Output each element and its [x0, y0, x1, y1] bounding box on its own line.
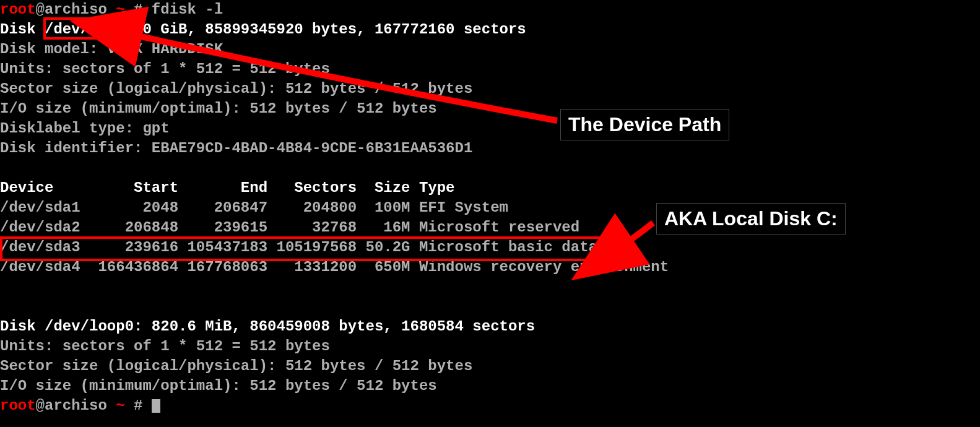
disk-prefix: Disk [0, 21, 45, 38]
annotation-local-disk-c: AKA Local Disk C: [656, 203, 846, 235]
prompt-tilde: ~ [116, 1, 124, 18]
prompt2-hash: # [125, 397, 152, 414]
disk-rest: : 80 GiB, 85899345920 bytes, 167772160 s… [116, 21, 526, 38]
prompt2-tilde: ~ [116, 397, 124, 414]
prompt2-host: @archiso [36, 397, 116, 414]
disk-io: I/O size (minimum/optimal): 512 bytes / … [0, 100, 437, 117]
prompt-host: @archiso [36, 1, 116, 18]
disk2-io: I/O size (minimum/optimal): 512 bytes / … [0, 377, 437, 394]
disk2-sector: Sector size (logical/physical): 512 byte… [0, 358, 472, 374]
prompt2-user: root [0, 397, 36, 414]
table-row-highlighted: /dev/sda3 239616 105437183 105197568 50.… [0, 239, 597, 256]
prompt-user: root [0, 1, 36, 18]
disk-labeltype: Disklabel type: gpt [0, 120, 170, 137]
table-row: /dev/sda1 2048 206847 204800 100M EFI Sy… [0, 199, 508, 216]
disk-units: Units: sectors of 1 * 512 = 512 bytes [0, 61, 330, 77]
cursor-block [152, 399, 160, 413]
command-text: fdisk -l [152, 1, 223, 18]
disk-model: Disk model: VBOX HARDDISK [0, 41, 223, 58]
disk2-units: Units: sectors of 1 * 512 = 512 bytes [0, 338, 330, 355]
disk-identifier: Disk identifier: EBAE79CD-4BAD-4B84-9CDE… [0, 140, 472, 157]
disk2-header: Disk /dev/loop0: 820.6 MiB, 860459008 by… [0, 318, 535, 335]
disk-sector: Sector size (logical/physical): 512 byte… [0, 80, 472, 97]
table-row: /dev/sda4 166436864 167768063 1331200 65… [0, 259, 669, 275]
annotation-device-path: The Device Path [560, 109, 729, 140]
disk-path: /dev/sda [45, 21, 116, 38]
table-header: Device Start End Sectors Size Type [0, 179, 455, 196]
prompt-hash: # [125, 1, 152, 18]
table-row: /dev/sda2 206848 239615 32768 16M Micros… [0, 219, 579, 236]
